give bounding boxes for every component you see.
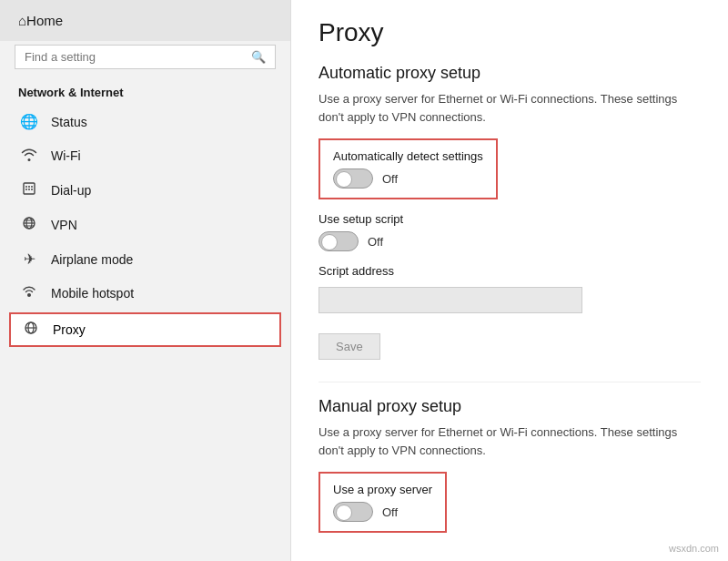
section-divider xyxy=(318,382,701,382)
proxy-icon xyxy=(20,321,42,339)
sidebar-item-label: Mobile hotspot xyxy=(51,286,134,301)
watermark: wsxdn.com xyxy=(669,543,719,554)
setup-script-toggle-row: Off xyxy=(318,231,701,251)
auto-detect-toggle[interactable] xyxy=(333,168,373,189)
svg-point-2 xyxy=(28,186,30,188)
use-proxy-toggle-row: Off xyxy=(333,502,432,522)
sidebar-item-label: Dial-up xyxy=(51,183,91,198)
sidebar-item-wifi[interactable]: Wi-Fi xyxy=(0,138,290,173)
airplane-icon: ✈ xyxy=(18,250,40,268)
svg-point-12 xyxy=(27,293,31,297)
manual-section-title: Manual proxy setup xyxy=(318,397,701,416)
svg-point-3 xyxy=(31,186,33,188)
sidebar-proxy-label: Proxy xyxy=(53,322,86,337)
dialup-icon xyxy=(18,181,40,199)
auto-section-desc: Use a proxy server for Ethernet or Wi-Fi… xyxy=(318,90,701,126)
sidebar-item-status[interactable]: 🌐 Status xyxy=(0,105,290,138)
search-input[interactable] xyxy=(25,50,251,64)
auto-detect-box: Automatically detect settings Off xyxy=(318,138,498,199)
sidebar-item-hotspot[interactable]: Mobile hotspot xyxy=(0,276,290,311)
manual-section-desc: Use a proxy server for Ethernet or Wi-Fi… xyxy=(318,423,701,459)
svg-point-1 xyxy=(25,186,27,188)
wifi-icon xyxy=(18,147,40,165)
sidebar-item-dialup[interactable]: Dial-up xyxy=(0,173,290,208)
auto-detect-row: Off xyxy=(333,168,483,189)
main-content: Proxy Automatic proxy setup Use a proxy … xyxy=(291,0,728,561)
script-address-input[interactable] xyxy=(318,287,582,313)
use-proxy-box: Use a proxy server Off xyxy=(318,472,447,533)
use-proxy-state: Off xyxy=(382,505,398,519)
svg-point-6 xyxy=(31,189,33,190)
auto-detect-state: Off xyxy=(382,172,398,186)
svg-point-4 xyxy=(25,189,27,190)
sidebar-home-label: Home xyxy=(26,13,63,28)
sidebar-item-proxy[interactable]: Proxy xyxy=(9,312,281,347)
use-proxy-label: Use a proxy server xyxy=(333,483,432,496)
auto-section-title: Automatic proxy setup xyxy=(318,64,701,83)
home-icon: ⌂ xyxy=(18,13,26,28)
setup-script-row: Use setup script Off xyxy=(318,212,701,251)
sidebar-item-airplane[interactable]: ✈ Airplane mode xyxy=(0,242,290,276)
hotspot-icon xyxy=(18,284,40,302)
auto-detect-label: Automatically detect settings xyxy=(333,149,483,163)
setup-script-label: Use setup script xyxy=(318,212,701,226)
sidebar-section-title: Network & Internet xyxy=(0,78,290,105)
svg-point-5 xyxy=(28,189,30,190)
sidebar: ⌂ Home 🔍 Network & Internet 🌐 Status Wi-… xyxy=(0,0,291,561)
search-container: 🔍 xyxy=(15,45,276,69)
status-icon: 🌐 xyxy=(18,113,40,130)
save-button[interactable]: Save xyxy=(318,333,380,360)
script-address-row: Script address xyxy=(318,264,701,321)
setup-script-toggle[interactable] xyxy=(318,231,359,251)
sidebar-item-label: Wi-Fi xyxy=(51,148,81,163)
vpn-icon xyxy=(18,216,40,234)
use-proxy-toggle[interactable] xyxy=(333,502,373,522)
sidebar-item-vpn[interactable]: VPN xyxy=(0,208,290,242)
search-icon: 🔍 xyxy=(251,50,266,64)
page-title: Proxy xyxy=(318,18,701,47)
sidebar-item-label: Status xyxy=(51,115,87,129)
sidebar-item-label: Airplane mode xyxy=(51,252,133,267)
sidebar-item-label: VPN xyxy=(51,218,77,232)
sidebar-home-item[interactable]: ⌂ Home xyxy=(0,0,290,41)
setup-script-state: Off xyxy=(368,235,383,249)
script-address-label: Script address xyxy=(318,264,701,278)
